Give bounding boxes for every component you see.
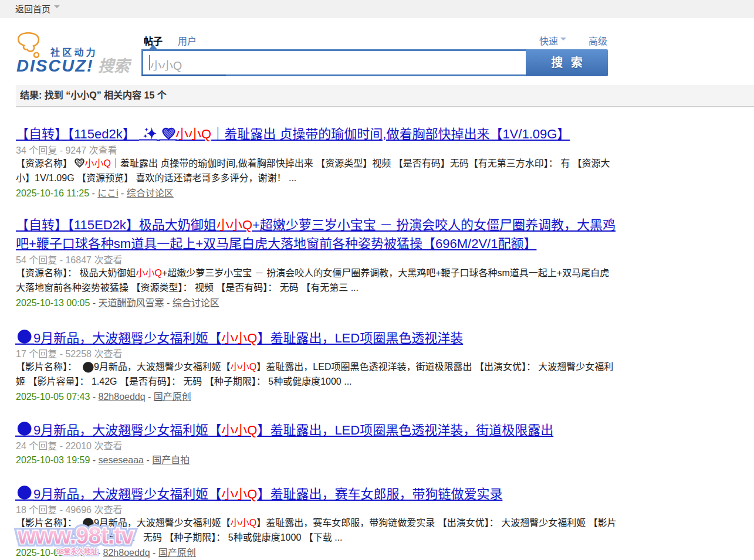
svg-text:搜索: 搜索 [98, 57, 132, 75]
svg-text:DISCUZ!: DISCUZ! [16, 56, 94, 75]
